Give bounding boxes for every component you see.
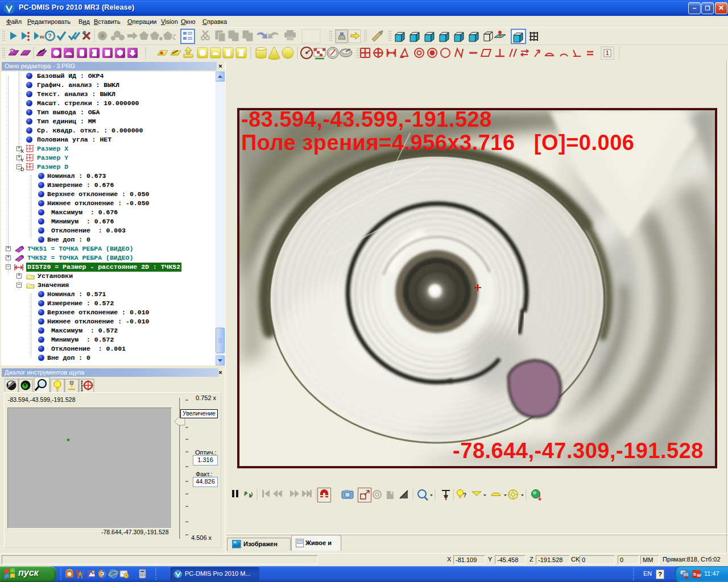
svg-text:W: W — [697, 573, 701, 578]
svg-text:Поле зрения=4.956x3.716 [O]=: Поле зрения=4.956x3.716 [O]=0.006 — [241, 131, 634, 155]
svg-text:?: ? — [48, 32, 52, 39]
svg-text:RI: RI — [40, 35, 44, 40]
svg-text:S: S — [693, 572, 697, 577]
svg-text:?: ? — [463, 492, 466, 498]
svg-text:-83.594,-43.599,-191.528: -83.594,-43.599,-191.528 — [241, 110, 492, 131]
svg-text:-78.644,-47.309,-191.528: -78.644,-47.309,-191.528 — [453, 439, 704, 463]
svg-text:1: 1 — [606, 50, 609, 56]
